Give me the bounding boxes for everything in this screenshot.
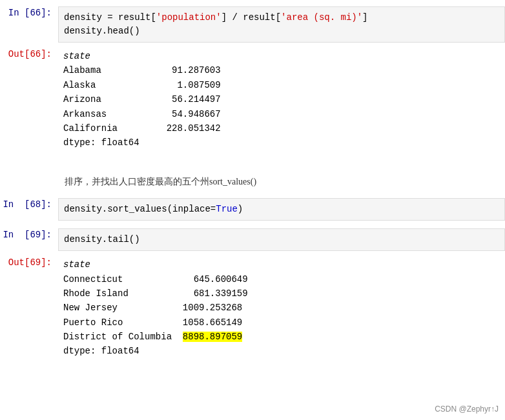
cell-68-input: In [68]: density.sort_values(inplace=Tru… [0,195,505,223]
watermark: CSDN @Zephyr↑J [435,405,499,414]
output-69: state Connecticut 645.600649 Rhode Islan… [58,256,505,374]
code-block-69[interactable]: density.tail() [58,228,505,251]
prompt-out-66: Out[66]: [0,48,58,59]
section-divider: 排序，并找出人口密度最高的五个州sort_values() [0,168,505,195]
output-66: state Alabama 91.287603 Alaska 1.087509 … [58,48,505,166]
code-block-68[interactable]: density.sort_values(inplace=True) [58,198,505,221]
cell-66-output: Out[66]: state Alabama 91.287603 Alaska … [0,45,505,168]
prompt-in-69: In [69]: [0,228,58,240]
prompt-in-68: In [68]: [0,198,58,210]
notebook: In [66]: density = result['population'] … [0,0,505,377]
cell-69-input: In [69]: density.tail() [0,223,505,254]
code-block-66[interactable]: density = result['population'] / result[… [58,6,505,43]
cell-69-output: Out[69]: state Connecticut 645.600649 Rh… [0,254,505,377]
prompt-out-69: Out[69]: [0,256,58,268]
prompt-in-66: In [66]: [0,6,58,18]
cell-66-input: In [66]: density = result['population'] … [0,0,505,45]
